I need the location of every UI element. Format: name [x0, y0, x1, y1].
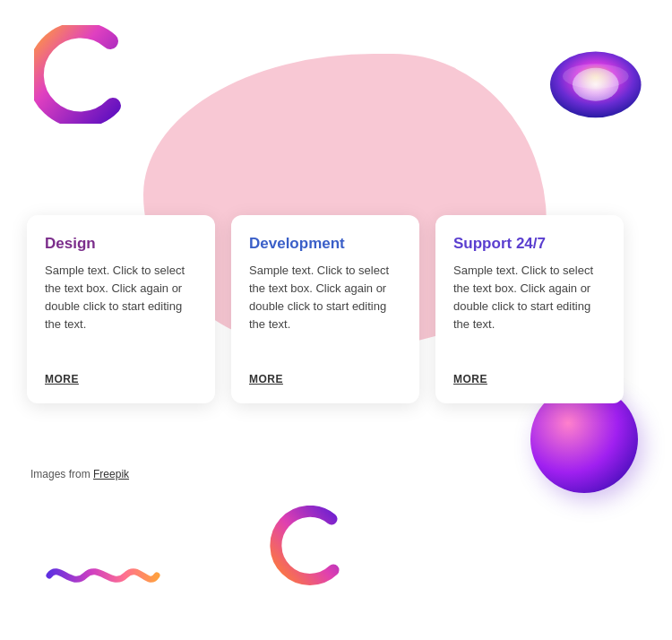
card-design-link[interactable]: MORE: [45, 373, 197, 385]
card-support-link[interactable]: MORE: [453, 373, 606, 385]
card-development: Development Sample text. Click to select…: [231, 215, 419, 403]
top-left-arc-shape: [34, 25, 133, 124]
footer: Images from Freepik: [30, 468, 129, 480]
card-development-text[interactable]: Sample text. Click to select the text bo…: [249, 262, 401, 360]
card-development-link[interactable]: MORE: [249, 373, 401, 385]
card-design-text[interactable]: Sample text. Click to select the text bo…: [45, 262, 197, 360]
footer-freepik-link[interactable]: Freepik: [93, 468, 129, 480]
bottom-left-squiggle-shape: [45, 558, 161, 593]
svg-point-2: [563, 64, 629, 89]
card-support-title: Support 24/7: [453, 235, 606, 253]
bottom-center-arc-shape: [269, 506, 349, 586]
top-right-torus-shape: [539, 45, 647, 125]
card-support: Support 24/7 Sample text. Click to selec…: [435, 215, 624, 403]
page-scene: Design Sample text. Click to select the …: [0, 0, 672, 640]
card-support-text[interactable]: Sample text. Click to select the text bo…: [453, 262, 606, 360]
footer-prefix-text: Images from: [30, 468, 93, 480]
cards-container: Design Sample text. Click to select the …: [27, 215, 624, 403]
card-design-title: Design: [45, 235, 197, 253]
card-development-title: Development: [249, 235, 401, 253]
card-design: Design Sample text. Click to select the …: [27, 215, 215, 403]
